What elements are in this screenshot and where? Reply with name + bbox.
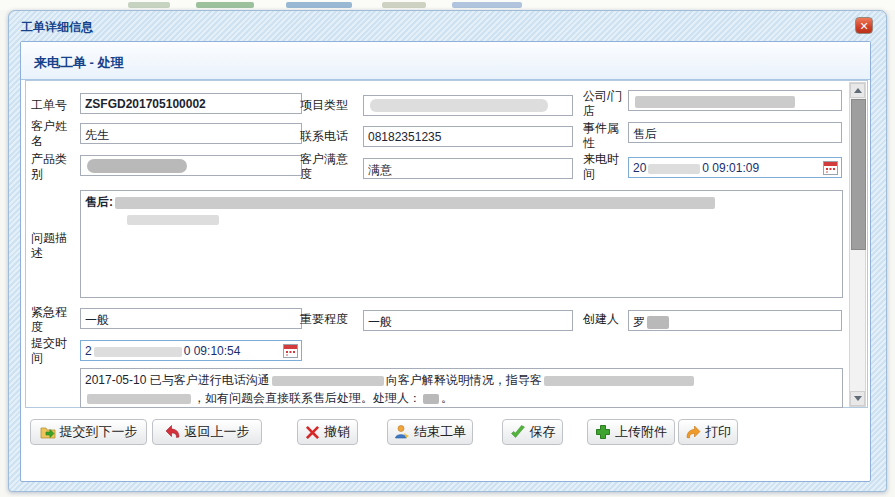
green-plus-icon [595, 424, 611, 440]
background-page-strip [0, 0, 895, 10]
panel-header-title: 来电工单 - 处理 [34, 54, 124, 72]
creator-field[interactable]: 罗 [628, 310, 842, 331]
handling-note-textarea[interactable]: 2017-05-10 已与客户进行电话沟通向客户解释说明情况，指导客 ，如有问题… [80, 368, 843, 408]
dialog-titlebar[interactable]: 工单详细信息 ✕ [9, 11, 886, 41]
call-time-field[interactable]: 200 09:01:09 [628, 157, 842, 178]
calendar-icon[interactable] [283, 343, 298, 358]
field-label: 联系电话 [300, 129, 348, 144]
background-blob [128, 2, 170, 8]
field-label: 提交时间 [31, 336, 77, 366]
orange-arrow-icon [685, 424, 701, 440]
field-label: 客户满意度 [300, 152, 352, 182]
field-label: 重要程度 [300, 312, 348, 327]
form-scrollbar[interactable] [849, 82, 866, 407]
customer-name-field[interactable]: 先生 [80, 123, 302, 144]
satisfaction-field[interactable]: 满意 [363, 158, 573, 179]
red-x-icon [305, 425, 320, 440]
save-button[interactable]: 保存 [502, 419, 563, 445]
upload-attachment-button[interactable]: 上传附件 [587, 419, 675, 445]
event-attribute-field[interactable]: 售后 [628, 122, 842, 143]
field-label: 项目类型 [300, 98, 348, 113]
end-order-button[interactable]: 结束工单 [387, 419, 473, 445]
calendar-icon[interactable] [823, 160, 838, 175]
field-label: 问题描述 [31, 231, 77, 261]
scrollbar-thumb[interactable] [851, 99, 866, 250]
background-blob [286, 2, 352, 8]
person-icon [394, 424, 410, 440]
revoke-button[interactable]: 撤销 [297, 419, 358, 445]
submit-next-icon [40, 424, 56, 440]
print-button[interactable]: 打印 [678, 419, 738, 445]
background-blob [382, 2, 426, 8]
field-label: 产品类别 [31, 152, 77, 182]
field-label: 来电时间 [583, 152, 629, 182]
screen: 工单详细信息 ✕ 来电工单 - 处理 工单号 ZSFGD201705100002… [0, 0, 895, 497]
project-type-field[interactable] [363, 95, 573, 116]
submit-time-field[interactable]: 20 09:10:54 [80, 340, 302, 361]
submit-next-button[interactable]: 提交到下一步 [30, 419, 147, 445]
contact-phone-field[interactable]: 08182351235 [363, 126, 573, 147]
back-arrow-icon [165, 424, 181, 440]
panel-header: 来电工单 - 处理 [21, 42, 870, 80]
urgency-field[interactable]: 一般 [80, 308, 302, 329]
close-icon[interactable]: ✕ [855, 17, 873, 34]
field-label: 创建人 [583, 312, 619, 327]
scroll-down-icon[interactable] [850, 391, 865, 406]
order-no-field[interactable]: ZSFGD201705100002 [80, 93, 302, 114]
scroll-up-icon[interactable] [850, 83, 865, 98]
background-blob [196, 2, 254, 8]
importance-field[interactable]: 一般 [363, 310, 573, 331]
field-label: 公司/门店 [583, 89, 629, 119]
field-label: 工单号 [31, 98, 67, 113]
problem-description-textarea[interactable]: 售后: [80, 190, 843, 298]
dialog-title: 工单详细信息 [21, 19, 93, 36]
field-label: 事件属性 [583, 121, 629, 151]
field-label: 客户姓名 [31, 119, 77, 149]
product-category-field[interactable] [80, 155, 302, 176]
green-check-icon [510, 424, 526, 440]
back-previous-button[interactable]: 返回上一步 [152, 419, 262, 445]
company-store-field[interactable] [628, 90, 842, 111]
background-blob [452, 2, 522, 8]
field-label: 紧急程度 [31, 305, 77, 335]
